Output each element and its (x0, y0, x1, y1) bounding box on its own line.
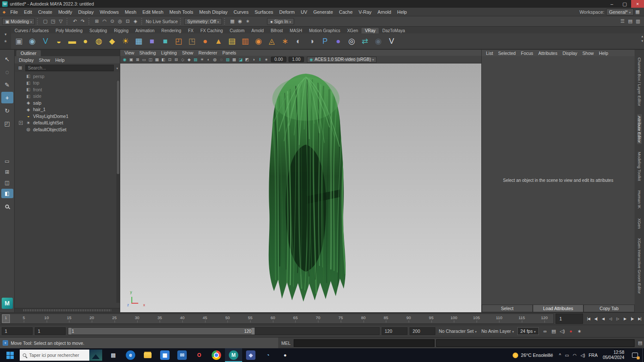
menu-item[interactable]: UV (298, 9, 310, 15)
viewport-antialias-icon[interactable]: ▨ (225, 57, 231, 62)
shelf-tab[interactable]: VRay (361, 28, 379, 33)
attribute-editor-button[interactable]: Select (482, 305, 533, 312)
vray-transform-icon[interactable]: ⇄ (359, 35, 371, 47)
workspace-selector[interactable]: General* (606, 9, 634, 15)
taskbar-app-maya[interactable]: M (225, 348, 242, 362)
viewport-ao-icon[interactable]: ◍ (212, 57, 218, 62)
volume-icon[interactable]: ◁) (580, 353, 585, 358)
menu-item[interactable]: Modify (55, 9, 75, 15)
snap-viewplane-icon[interactable]: ⊡ (124, 18, 131, 24)
go-to-start-button[interactable]: |◀ (585, 314, 592, 324)
attribute-editor-menu-item[interactable]: Focus (518, 51, 536, 56)
sign-in-selector[interactable]: ● Sign In (267, 18, 294, 25)
vray-ies-light-icon[interactable]: ◍ (93, 35, 105, 47)
viewport-joints-xray-icon[interactable]: ◩ (244, 57, 250, 62)
viewport-safe-action-icon[interactable]: ⊡ (167, 57, 173, 62)
shelf-tab[interactable]: Bifrost (267, 28, 286, 33)
shelf-tab[interactable]: FX (185, 28, 197, 33)
scale-tool-button[interactable]: ◰ (1, 118, 13, 129)
sound-icon[interactable]: ◁) (558, 329, 567, 334)
vray-displacement-icon[interactable]: ▲ (213, 35, 225, 47)
taskbar-app-other[interactable]: ● (276, 348, 294, 362)
vray-blend-mtl-icon[interactable]: ◐ (292, 35, 304, 47)
menu-item[interactable]: Cache (336, 9, 356, 15)
lasso-tool-button[interactable]: ◌ (1, 66, 13, 78)
taskbar-app-store[interactable]: ▦ (156, 348, 173, 362)
character-set-selector[interactable]: No Character Set (437, 329, 478, 334)
vray-mtl-editor-icon[interactable]: ◑ (306, 35, 318, 47)
attribute-editor-menu-item[interactable]: Display (560, 51, 580, 56)
search-highlight-image[interactable] (89, 350, 102, 361)
layout-four-pane-button[interactable]: ⊞ (1, 167, 13, 177)
play-backwards-button[interactable]: ◁ (607, 314, 614, 324)
snap-point-icon[interactable]: ⊙ (108, 18, 116, 24)
minimize-button[interactable]: – (605, 0, 618, 8)
maya-logo[interactable]: M (2, 298, 13, 309)
viewport-xray-icon[interactable]: ◪ (237, 57, 244, 62)
menu-item[interactable]: Mesh Display (196, 9, 231, 15)
vray-mesh-light-icon[interactable]: ◆ (106, 35, 118, 47)
viewport-resolution-gate-icon[interactable]: ◫ (147, 57, 154, 62)
anim-layer-selector[interactable]: No Anim Layer (480, 329, 515, 334)
gamma-field[interactable]: 1.00 (289, 57, 304, 62)
ipr-render-icon[interactable]: ◉ (236, 18, 244, 24)
menu-item[interactable]: Curves (231, 9, 252, 15)
viewport-film-gate-icon[interactable]: ▭ (141, 57, 147, 62)
outliner-tree[interactable]: ◧ persp ◧ top ◧ front (15, 72, 120, 308)
cached-playback-icon[interactable]: ▤ (550, 329, 558, 334)
layout-persp-outliner-button[interactable]: ◧ (1, 189, 13, 198)
script-editor-icon[interactable]: ▤ (636, 340, 644, 346)
symmetry-selector[interactable]: Symmetry: Off (184, 18, 222, 25)
play-forwards-button[interactable]: ▷ (614, 314, 621, 324)
range-start-handle[interactable]: 1 (72, 329, 74, 334)
notifications-button[interactable] (628, 348, 642, 362)
step-forward-key-button[interactable]: |▶ (629, 314, 636, 324)
viewport-wireframe-icon[interactable]: ◇ (179, 57, 186, 62)
range-slider-track[interactable]: 1 120 (68, 327, 380, 335)
menu-item[interactable]: Edit Mesh (140, 9, 167, 15)
viewport-isolate-icon[interactable]: ◑ (250, 57, 257, 62)
side-panel-tab[interactable]: XGen (637, 217, 642, 230)
vray-proxy-import-icon[interactable]: ◳ (186, 35, 198, 47)
fps-selector[interactable]: 24 fps (517, 327, 539, 335)
expand-toggle-icon[interactable] (19, 121, 23, 125)
side-panel-tab[interactable]: XGen Interactive Groom Editor (637, 236, 642, 296)
playback-end-field[interactable]: 120 (382, 327, 407, 335)
viewport-motion-blur-icon[interactable]: ◌ (218, 57, 225, 62)
animation-end-field[interactable]: 200 (410, 327, 435, 335)
mel-command-input[interactable] (294, 339, 434, 347)
shelf-tab[interactable]: FX Caching (197, 28, 226, 33)
step-back-frame-button[interactable]: ◀ (599, 314, 607, 324)
attribute-editor-menu-item[interactable]: Attributes (536, 51, 560, 56)
vray-aerial-perspective-icon[interactable]: ■ (159, 35, 171, 47)
taskbar-search-input[interactable] (29, 353, 81, 358)
side-panel-tab[interactable]: Channel Box / Layer Editor (637, 56, 642, 108)
viewport-menu-item[interactable]: Renderer (196, 50, 220, 55)
scrollbar-handle[interactable] (117, 81, 119, 174)
outliner-horizontal-scrollbar[interactable] (15, 308, 120, 312)
shelf-tab[interactable]: Custom (226, 28, 248, 33)
render-frame-icon[interactable]: ▦ (228, 18, 236, 24)
command-response-field[interactable] (436, 339, 635, 347)
color-management-selector[interactable]: ◉ ACES 1.0 SDR-video (sRGB) (307, 57, 377, 63)
side-panel-tab[interactable]: Modeling Toolkit (637, 150, 642, 183)
animation-preferences-icon[interactable]: ∗ (575, 329, 584, 334)
close-button[interactable]: × (631, 0, 644, 8)
go-to-end-button[interactable]: ▶| (636, 314, 643, 324)
maximize-button[interactable]: ▢ (618, 0, 631, 8)
vray-hair-icon[interactable]: ▥ (239, 35, 251, 47)
open-scene-icon[interactable]: ◳ (49, 18, 57, 24)
render-settings-icon[interactable]: ∗ (244, 18, 252, 24)
menu-item[interactable]: Help (394, 9, 410, 15)
taskbar-app-opera[interactable]: O (191, 348, 208, 362)
outliner-search-input[interactable] (25, 65, 114, 71)
side-panel-tab[interactable]: Human IK (637, 189, 642, 210)
shelf-tab[interactable]: Animation (132, 28, 158, 33)
layout-two-pane-button[interactable]: ◫ (1, 178, 13, 187)
attribute-editor-button[interactable]: Load Attributes (533, 305, 584, 312)
viewport-pause-icon[interactable]: ‖ (257, 57, 263, 62)
taskbar-app-edge[interactable]: e (122, 348, 139, 362)
outliner-item-top[interactable]: ◧ top (15, 80, 120, 87)
outliner-item-salp[interactable]: ◈ salp (15, 100, 120, 106)
snap-curve-icon[interactable]: ◠ (100, 18, 108, 24)
